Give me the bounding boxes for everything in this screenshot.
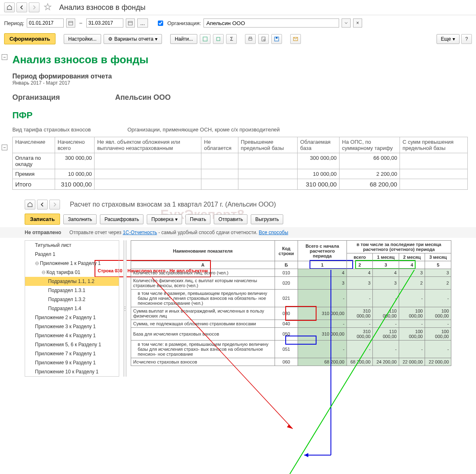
status-link1[interactable]: 1С-Отчетность [123, 230, 157, 235]
print-button[interactable] [245, 34, 256, 44]
fill-button[interactable]: Заполнить [63, 214, 97, 224]
status-link2[interactable]: Все способы [259, 230, 289, 235]
date-from-input[interactable] [27, 18, 64, 28]
calendar-to-icon[interactable] [126, 18, 135, 28]
more-button[interactable]: Еще ▾ [437, 34, 460, 44]
period-picker-button[interactable]: ... [137, 18, 148, 28]
status-row: Не отправлено Отправьте отчет через 1С-О… [0, 227, 476, 238]
form-table-wrap: Наименование показателяКод строкиВсего с… [131, 240, 451, 377]
tree-item-label: Приложения 5, 6 к Разделу 1 [35, 342, 101, 347]
svg-rect-4 [203, 37, 207, 41]
tree-item[interactable]: Приложение 7 к Разделу 1 [25, 349, 119, 358]
svg-rect-0 [69, 21, 73, 25]
form-row: в том числе в размере, превышающем преде… [131, 290, 451, 307]
preview-button[interactable] [258, 34, 269, 44]
collapse-button[interactable] [213, 34, 224, 44]
tree-item[interactable]: Подраздел 1.3.2 [25, 295, 119, 304]
org-clear-icon[interactable]: × [353, 18, 362, 28]
tree-item[interactable]: Подраздел 1.4 [25, 304, 119, 313]
form-table: Наименование показателяКод строкиВсего с… [131, 240, 451, 366]
section-tree: Титульный листРаздел 1⊖Приложение 1 к Ра… [25, 240, 119, 377]
gear-icon: ⚙ [108, 36, 113, 42]
tree-item[interactable]: Приложение 3 к Разделу 1 [25, 322, 119, 331]
tariff-value: Организации, применяющие ОСН, кроме с/х … [127, 127, 280, 133]
lower-back-button[interactable] [37, 200, 48, 209]
col-header: Не явл. объектом обложения или выплачено… [95, 137, 201, 153]
org-row-value: Апельсин ООО [115, 93, 171, 102]
col-header: Облагаемая база [298, 137, 340, 153]
org-input[interactable] [203, 18, 339, 28]
tree-item-label: Приложение 7 к Разделу 1 [35, 351, 96, 357]
email-button[interactable] [290, 34, 301, 44]
org-checkbox[interactable] [158, 21, 163, 26]
tree-item[interactable]: Подразделы 1.1, 1.2 [25, 277, 119, 286]
tree-item[interactable]: Приложение 9 к Разделу 1 [25, 358, 119, 367]
tree-item[interactable]: ⊖Код тарифа 01 [25, 268, 119, 277]
back-button[interactable] [16, 2, 27, 12]
status-text: Не отправлено [25, 230, 61, 235]
collapse-toggle-2[interactable]: − [2, 145, 7, 150]
decode-button[interactable]: Расшифровать [100, 214, 143, 224]
forward-button[interactable] [29, 2, 39, 12]
collapse-toggle-1[interactable]: − [2, 54, 7, 60]
org-row-label: Организация [12, 93, 115, 102]
date-to-input[interactable] [86, 18, 123, 28]
tree-item[interactable]: Раздел 1 [25, 250, 119, 259]
table-row: Оплата по окладу300 000,00300 000,0066 0… [13, 153, 468, 169]
svg-rect-6 [249, 38, 252, 40]
org-label: Организация: [167, 20, 201, 26]
chevron-down-icon: ▾ [155, 36, 157, 42]
accrual-table: НачислениеНачислено всегоНе явл. объекто… [12, 137, 468, 190]
tree-item-label: Подраздел 1.3.2 [48, 297, 85, 302]
tree-item[interactable]: Приложение 4 к Разделу 1 [25, 331, 119, 340]
tree-toggle-icon[interactable]: ⊖ [42, 269, 46, 275]
expand-button[interactable] [200, 34, 210, 44]
col-header: Превышение предельной базы [238, 137, 298, 153]
save-report-button[interactable]: Записать [25, 214, 60, 225]
pfr-heading: ПФР [12, 110, 468, 121]
svg-rect-7 [249, 37, 252, 38]
tree-item[interactable]: Приложение 2 к Разделу 1 [25, 313, 119, 322]
report-variants-button[interactable]: ⚙Варианты отчета▾ [104, 34, 162, 44]
settings-button[interactable]: Настройки... [64, 34, 101, 44]
tree-item[interactable]: Приложения 5, 6 к Разделу 1 [25, 340, 119, 349]
form-row: в том числе: в размере, превышающем пред… [131, 341, 451, 358]
tree-item-label: Приложение 4 к Разделу 1 [35, 333, 96, 338]
tree-toggle-icon[interactable]: ⊖ [35, 260, 40, 266]
home-button[interactable] [4, 2, 15, 12]
tree-item[interactable]: Подраздел 1.3.1 [25, 286, 119, 295]
tree-item-label: Приложение 10 к Разделу 1 [35, 369, 99, 375]
svg-rect-2 [128, 21, 132, 25]
period-form-title: Период формирования отчета [12, 73, 468, 80]
tree-item[interactable]: Приложение 10 к Разделу 1 [25, 367, 119, 376]
splitter[interactable] [123, 240, 127, 377]
help-button[interactable]: ? [461, 34, 472, 44]
tree-item-label: Раздел 1 [35, 251, 55, 257]
col-header: Начисление [13, 137, 55, 153]
lower-home-button[interactable] [25, 200, 35, 209]
sum-button[interactable]: Σ [226, 34, 237, 44]
col-header: На ОПС, по суммарному тарифу [340, 137, 400, 153]
tree-item-label: Подраздел 1.3.1 [48, 288, 85, 293]
print-form-button[interactable]: Печать [185, 214, 210, 224]
org-dropdown-icon[interactable] [342, 18, 351, 28]
tree-item[interactable]: Титульный лист [25, 241, 119, 250]
svg-rect-11 [276, 37, 277, 39]
tree-item[interactable]: ⊖Приложение 1 к Разделу 1 [25, 259, 119, 268]
svg-rect-5 [217, 37, 220, 41]
check-button[interactable]: Проверка ▾ [147, 214, 182, 224]
find-button[interactable]: Найти... [170, 34, 197, 44]
date-separator: – [79, 20, 82, 26]
col-header: Начислено всего [55, 137, 95, 153]
annotation-red-target [285, 306, 317, 321]
report-heading: Анализ взносов в фонды [12, 53, 468, 66]
lower-forward-button[interactable] [49, 200, 60, 209]
star-icon[interactable] [44, 3, 53, 12]
send-button[interactable]: Отправить [214, 214, 247, 224]
svg-point-9 [263, 39, 265, 41]
calendar-from-icon[interactable] [66, 18, 75, 28]
period-form-value: Январь 2017 - Март 2017 [12, 80, 468, 86]
save-button[interactable] [271, 34, 282, 44]
generate-button[interactable]: Сформировать [4, 33, 55, 44]
export-button[interactable]: Выгрузить [251, 214, 284, 224]
